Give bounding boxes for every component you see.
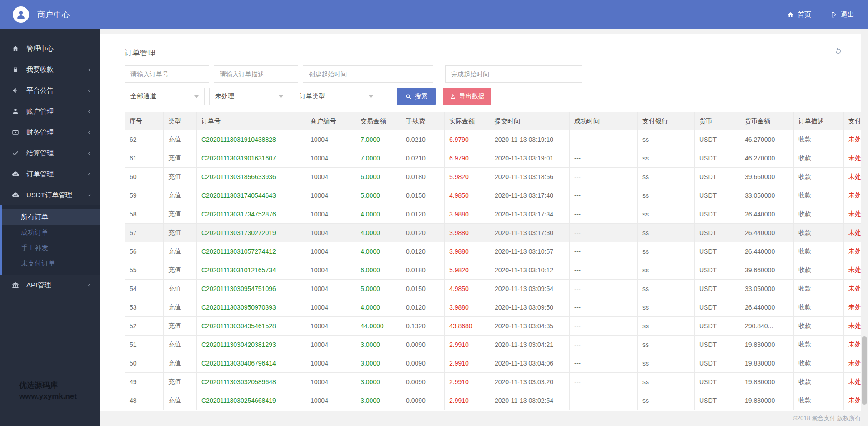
sidebar-subitem-manual-reissue[interactable]: 手工补发 <box>2 240 100 256</box>
table-row[interactable]: 59充值C20201113031740544643100045.00000.01… <box>125 186 861 205</box>
cell-amount: 3.0000 <box>356 354 401 373</box>
cell-fee: 0.0090 <box>401 391 445 410</box>
cell-order_no[interactable]: C20201113030435461528 <box>197 317 306 336</box>
cell-order_no[interactable]: C20201113030950970393 <box>197 298 306 317</box>
table-row[interactable]: 48充值C20201113030254668419100043.00000.00… <box>125 391 861 410</box>
chevron-down-icon <box>194 95 199 98</box>
cell-description: 收款 <box>794 298 844 317</box>
cell-order_no[interactable]: C20201113031730272019 <box>197 224 306 242</box>
avatar[interactable] <box>13 6 29 23</box>
cell-amount: 4.0000 <box>356 242 401 261</box>
cell-order_no[interactable]: C20201113031856633936 <box>197 168 306 186</box>
scrollbar-track[interactable] <box>861 29 868 426</box>
cell-currency: USDT <box>695 261 740 280</box>
sidebar-item-settlement-management[interactable]: 结算管理 <box>0 143 100 164</box>
cell-actual_amount: 3.9880 <box>445 298 490 317</box>
cell-bank: ss <box>638 261 695 280</box>
cell-bank: ss <box>638 149 695 168</box>
sidebar-item-order-management[interactable]: 订单管理 <box>0 164 100 185</box>
cell-order_no[interactable]: C20201113031734752876 <box>197 205 306 224</box>
watermark-line2: www.yxymk.net <box>19 391 77 402</box>
cell-order_no[interactable]: C20201113031910438828 <box>197 130 306 149</box>
cell-currency: USDT <box>695 373 740 391</box>
cell-type: 充值 <box>164 261 197 280</box>
status-select[interactable]: 未处理 <box>209 88 289 105</box>
sidebar-item-platform-announcement[interactable]: 平台公告 <box>0 80 100 101</box>
table-row[interactable]: 61充值C20201113031901631607100047.00000.02… <box>125 149 861 168</box>
cell-amount: 3.0000 <box>356 373 401 391</box>
cloud-icon <box>12 170 19 178</box>
user-icon <box>16 10 26 20</box>
table-row[interactable]: 50充值C20201113030406796414100043.00000.00… <box>125 354 861 373</box>
table-row[interactable]: 49充值C20201113030320589648100043.00000.00… <box>125 373 861 391</box>
sidebar-item-api-management[interactable]: API管理 <box>0 275 100 296</box>
table-row[interactable]: 56充值C20201113031057274412100044.00000.01… <box>125 242 861 261</box>
chevron-left-icon <box>87 283 92 288</box>
table-row[interactable]: 55充值C20201113031012165734100046.00000.01… <box>125 261 861 280</box>
table-row[interactable]: 52充值C202011130304354615281000444.00000.1… <box>125 317 861 336</box>
refresh-icon[interactable] <box>834 47 843 55</box>
table-row[interactable]: 57充值C20201113031730272019100044.00000.01… <box>125 224 861 242</box>
cell-status: 未处理 <box>844 261 861 280</box>
table-row[interactable]: 53充值C20201113030950970393100044.00000.01… <box>125 298 861 317</box>
cell-actual_amount: 5.9820 <box>445 168 490 186</box>
order-desc-input[interactable] <box>214 65 298 83</box>
cell-amount: 4.0000 <box>356 298 401 317</box>
table-row[interactable]: 54充值C20201113030954751096100045.00000.01… <box>125 280 861 298</box>
cell-type: 充值 <box>164 130 197 149</box>
cell-merchant_no: 10004 <box>306 242 356 261</box>
cell-currency_amount: 290.840... <box>740 317 794 336</box>
cell-actual_amount: 3.9880 <box>445 224 490 242</box>
sidebar-subitem-unpaid-orders[interactable]: 未支付订单 <box>2 256 100 271</box>
home-icon <box>787 11 794 18</box>
cell-order_no[interactable]: C20201113031901631607 <box>197 149 306 168</box>
create-time-input[interactable] <box>303 65 433 83</box>
cell-success_time: --- <box>570 280 638 298</box>
cell-order_no[interactable]: C20201113031057274412 <box>197 242 306 261</box>
cell-status: 未处理 <box>844 130 861 149</box>
column-header-status: 支付状态 <box>844 112 861 130</box>
sidebar-subitem-success-orders[interactable]: 成功订单 <box>2 225 100 240</box>
sidebar-item-usdt-order-management[interactable]: USDT订单管理 <box>0 185 100 205</box>
sidebar-subitem-all-orders[interactable]: 所有订单 <box>2 209 100 225</box>
cell-order_no[interactable]: C20201113030954751096 <box>197 280 306 298</box>
table-row[interactable]: 60充值C20201113031856633936100046.00000.01… <box>125 168 861 186</box>
cell-order_no[interactable]: C20201113030406796414 <box>197 354 306 373</box>
table-row[interactable]: 51充值C20201113030420381293100043.00000.00… <box>125 336 861 354</box>
table-row[interactable]: 62充值C20201113031910438828100047.00000.02… <box>125 130 861 149</box>
cell-fee: 0.0120 <box>401 224 445 242</box>
status-select-value: 未处理 <box>215 92 234 100</box>
channel-select[interactable]: 全部通道 <box>125 88 205 105</box>
cell-seq: 56 <box>125 242 164 261</box>
scrollbar-thumb[interactable] <box>862 336 867 405</box>
order-no-input[interactable] <box>125 65 209 83</box>
sidebar-item-management-center[interactable]: 管理中心 <box>0 38 100 59</box>
cell-success_time: --- <box>570 373 638 391</box>
cell-order_no[interactable]: C20201113031740544643 <box>197 186 306 205</box>
cell-fee: 0.0090 <box>401 373 445 391</box>
sidebar-item-account-management[interactable]: 账户管理 <box>0 101 100 122</box>
search-button[interactable]: 搜索 <box>397 88 436 105</box>
cell-order_no[interactable]: C20201113030320589648 <box>197 373 306 391</box>
cell-bank: ss <box>638 168 695 186</box>
finish-time-input[interactable] <box>445 65 582 83</box>
cell-success_time: --- <box>570 205 638 224</box>
nav-home[interactable]: 首页 <box>787 10 811 19</box>
cell-seq: 55 <box>125 261 164 280</box>
sidebar-submenu: 所有订单成功订单手工补发未支付订单 <box>0 205 100 275</box>
cell-description: 收款 <box>794 168 844 186</box>
export-button[interactable]: 导出数据 <box>443 88 491 105</box>
sidebar-item-receive-payment[interactable]: 我要收款 <box>0 59 100 80</box>
cell-currency_amount: 26.440000 <box>740 205 794 224</box>
column-header-currency_amount: 货币金额 <box>740 112 794 130</box>
cell-order_no[interactable]: C20201113030254668419 <box>197 391 306 410</box>
table-row[interactable]: 58充值C20201113031734752876100044.00000.01… <box>125 205 861 224</box>
cell-order_no[interactable]: C20201113031012165734 <box>197 261 306 280</box>
nav-logout[interactable]: 退出 <box>830 10 854 19</box>
cell-actual_amount: 6.9790 <box>445 149 490 168</box>
cell-currency: USDT <box>695 317 740 336</box>
cell-order_no[interactable]: C20201113030420381293 <box>197 336 306 354</box>
sidebar-item-finance-management[interactable]: 财务管理 <box>0 122 100 143</box>
cell-actual_amount: 3.9880 <box>445 205 490 224</box>
order-type-select[interactable]: 订单类型 <box>294 88 379 105</box>
